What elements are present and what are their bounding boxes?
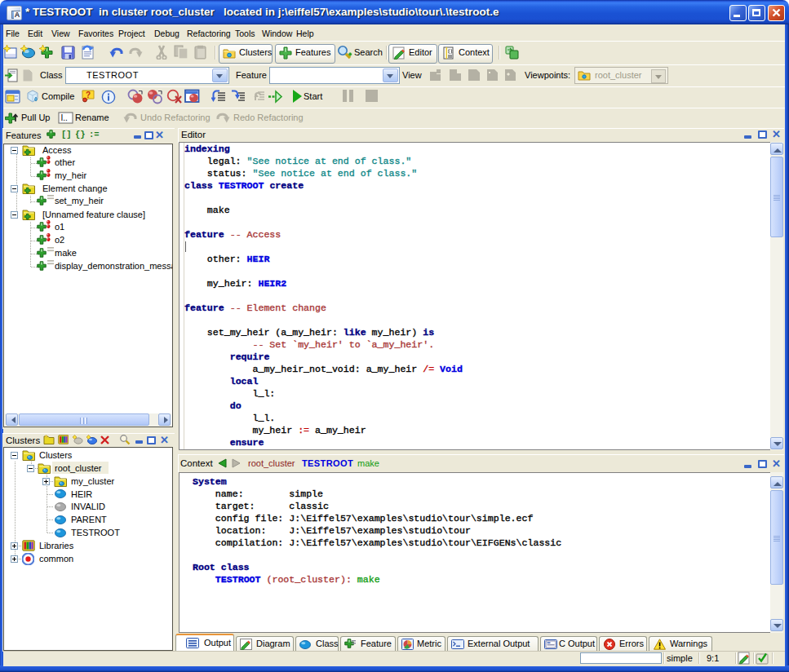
- svg-text:I..: I..: [61, 113, 68, 122]
